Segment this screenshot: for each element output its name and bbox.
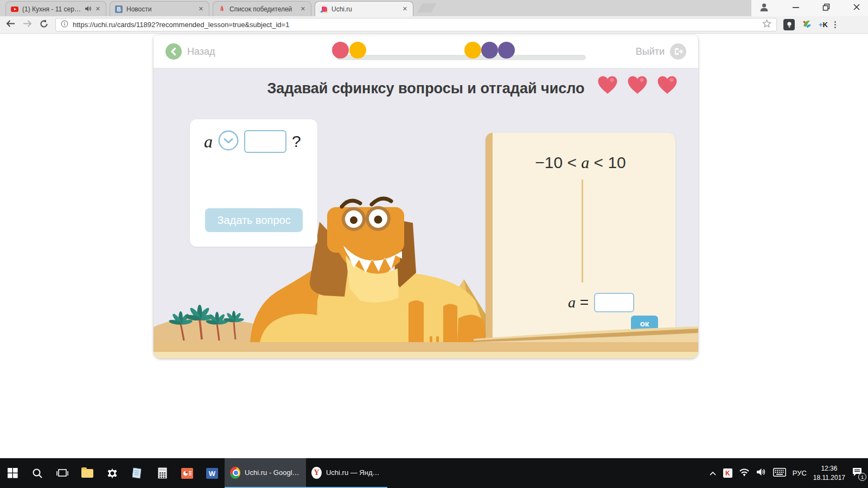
back-label: Назад [187,46,215,57]
close-icon[interactable]: ✕ [299,5,307,12]
search-icon[interactable] [25,458,50,488]
task-view-icon[interactable] [50,458,75,488]
wifi-icon[interactable] [739,468,750,478]
tray-date: 18.11.2017 [813,473,845,482]
extension-k-icon[interactable]: +K [819,21,828,29]
ok-button[interactable]: ок [631,316,658,331]
close-icon[interactable]: ✕ [94,5,101,12]
progress-dot [464,42,481,59]
desktop: (1) Кухня - 11 серия ( ✕ В Новости ✕ Спи… [0,0,868,488]
yandex-task[interactable]: Y Uchi.ru — Яндекс.... [306,458,387,488]
notepad-icon[interactable] [125,458,150,488]
extension-lightbulb-icon[interactable] [783,19,795,30]
task-label: Uchi.ru - Google C... [245,468,301,477]
answer-label: a = [568,294,589,311]
language-indicator[interactable]: РУС [793,469,807,477]
sand-band-dark [154,342,698,352]
progress-dot [349,42,366,59]
profile-icon[interactable] [759,2,769,15]
tab-vk[interactable]: В Новости ✕ [110,1,209,16]
powerpoint-icon[interactable] [175,458,200,488]
maximize-button[interactable] [822,3,830,13]
progress-dot [498,42,515,59]
answer-row: a = [568,293,634,312]
window-controls [751,0,868,16]
variable-label: a [204,132,213,152]
tray-time: 12:36 [813,464,845,473]
hint-variable: a [581,153,589,171]
svg-text:W: W [209,470,216,478]
uchi-icon [320,5,328,14]
minimize-button[interactable] [792,3,800,13]
notification-badge: 1 [858,473,866,481]
comparison-dropdown[interactable] [218,130,239,153]
progress-bar [336,55,586,60]
question-builder-panel: a ? Задать вопрос [190,119,317,247]
lives-indicator [596,75,679,97]
reload-icon[interactable] [39,19,49,31]
flame-icon [218,5,226,14]
tab-audio-icon[interactable] [85,4,91,14]
address-bar[interactable]: https://uchi.ru/cards/11892?recommended_… [55,18,777,31]
lesson-header: Назад Выйти [154,35,698,68]
clock[interactable]: 12:36 18.11.2017 [813,464,845,481]
start-button[interactable] [0,458,25,488]
exit-button[interactable]: Выйти [636,43,686,60]
question-number-input[interactable] [244,130,286,153]
file-explorer-icon[interactable] [75,458,100,488]
youtube-icon [10,5,19,14]
chrome-task[interactable]: Uchi.ru - Google C... [225,458,306,488]
sand-band-light [154,352,698,358]
task-label: Uchi.ru — Яндекс.... [326,468,382,477]
bookmark-star-icon[interactable] [762,19,771,30]
chrome-icon [230,467,240,479]
close-icon[interactable]: ✕ [401,5,409,12]
vk-icon: В [114,5,123,14]
tab-title: Список победителей [229,5,296,13]
exit-label: Выйти [636,46,665,57]
keyboard-icon[interactable] [773,468,786,479]
calculator-icon[interactable] [150,458,175,488]
action-center-icon[interactable]: 1 [852,467,863,479]
info-icon[interactable] [61,20,68,30]
progress-dot [481,42,498,59]
back-icon[interactable] [5,20,16,30]
divider-line [582,179,583,282]
tab-title: (1) Кухня - 11 серия ( [22,5,81,13]
tray-chevron-icon[interactable] [709,468,717,478]
exit-icon [670,43,686,60]
tab-winners-list[interactable]: Список победителей ✕ [213,1,311,16]
svg-text:В: В [117,7,120,12]
heart-icon [626,75,649,97]
yandex-icon: Y [311,467,322,479]
range-hint: −10 < a < 10 [486,153,675,172]
windows-taskbar: W Uchi.ru - Google C... Y Uchi.ru — Янде… [0,458,868,488]
tab-title: Новости [126,5,194,13]
close-icon[interactable]: ✕ [197,5,205,12]
settings-gear-icon[interactable] [100,458,125,488]
back-button[interactable]: Назад [165,43,215,60]
answer-input[interactable] [594,293,634,312]
progress-dot [332,42,349,59]
web-page: Назад Выйти Задавай сфинксу вопросы и от… [0,34,868,458]
close-window-button[interactable] [853,3,860,13]
game-area: Задавай сфинксу вопросы и отгадай число … [154,68,698,342]
kaspersky-icon[interactable]: K [723,468,732,478]
menu-dots-icon[interactable] [834,21,836,28]
tab-youtube[interactable]: (1) Кухня - 11 серия ( ✕ [5,1,106,16]
ask-question-button[interactable]: Задать вопрос [205,208,303,232]
lesson-card: Назад Выйти Задавай сфинксу вопросы и от… [154,35,698,358]
extension-bird-icon[interactable] [801,18,812,31]
word-icon[interactable]: W [200,458,225,488]
question-mark-label: ? [292,132,301,151]
tab-uchi[interactable]: Uchi.ru ✕ [315,1,413,16]
heart-icon [656,75,679,97]
new-tab-button[interactable] [417,3,436,12]
answer-scroll-panel: −10 < a < 10 a = ок [486,133,675,342]
url-text[interactable]: https://uchi.ru/cards/11892?recommended_… [73,21,758,29]
tab-title: Uchi.ru [331,5,398,13]
browser-toolbar: https://uchi.ru/cards/11892?recommended_… [0,16,868,34]
volume-icon[interactable] [756,468,767,478]
forward-icon[interactable] [22,20,33,30]
system-tray: K РУС 12:36 18.11.2017 1 [709,458,868,488]
